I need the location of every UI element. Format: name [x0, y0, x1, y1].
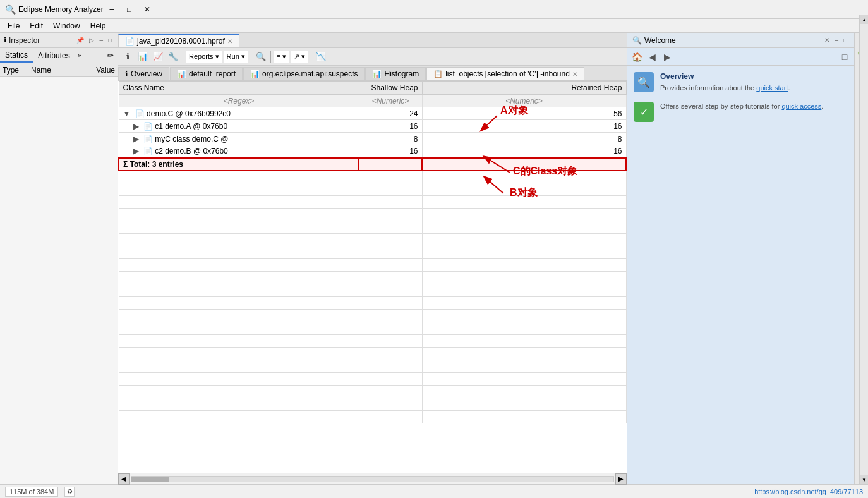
minimize-button[interactable]: – [104, 3, 120, 16]
nav-back-btn[interactable]: ◀ [645, 50, 659, 64]
gc-button[interactable]: ♻ [64, 487, 75, 497]
table-row[interactable]: ▶ 📄 c1 demo.A @ 0x76b0 16 16 [119, 120, 626, 133]
inspector-minimize-button[interactable]: – [97, 36, 105, 44]
status-bar: 115M of 384M ♻ https://blog.csdn.net/qq_… [0, 484, 868, 498]
col-retained-heap-header[interactable]: Retained Heap [422, 82, 626, 95]
menu-edit[interactable]: Edit [25, 20, 48, 32]
maximize-button[interactable]: □ [121, 3, 138, 16]
scroll-right-btn[interactable]: ▶ [615, 473, 627, 485]
filter-row: <Regex> <Numeric> <Numeric> [119, 95, 626, 107]
toolbar-reports-dropdown[interactable]: Reports ▾ [186, 51, 222, 63]
overview-section-desc: Provides information about the quick sta… [660, 83, 790, 93]
file-tab-icon: 📄 [125, 37, 135, 46]
tab-histogram-label: Histogram [384, 70, 419, 78]
empty-row [119, 335, 626, 348]
col-name-label: Name [31, 66, 77, 75]
row-class-name: ▶ 📄 c2 demo.B @ 0x76b0 [119, 145, 359, 158]
row-retained-heap: 16 [422, 145, 626, 158]
row-expand-icon[interactable]: ▶ [133, 135, 139, 143]
memory-status[interactable]: 115M of 384M [5, 487, 58, 497]
toolbar-run-dropdown[interactable]: Run ▾ [224, 51, 248, 63]
tab-report-icon: 📊 [177, 70, 186, 78]
statics-button[interactable]: Statics [0, 49, 33, 63]
nav-home-btn[interactable]: 🏠 [630, 50, 644, 64]
filter-shallow-heap[interactable]: <Numeric> [359, 95, 422, 107]
welcome-content: 🔍 Overview Provides information about th… [627, 66, 854, 484]
quick-start-link[interactable]: quick start [756, 84, 788, 92]
welcome-maximize-btn[interactable]: □ [841, 36, 849, 44]
table-row[interactable]: ▶ 📄 myC class demo.C @ 8 8 [119, 133, 626, 145]
toolbar-list-dropdown[interactable]: ≡ ▾ [274, 51, 289, 63]
table-row[interactable]: ▶ 📄 c2 demo.B @ 0x76b0 16 16 [119, 145, 626, 158]
welcome-panel: 🔍 Welcome ✕ – □ 🏠 ◀ ▶ – □ 🔍 Overview Pro… [627, 33, 854, 484]
row-retained-heap: 8 [422, 133, 626, 145]
toolbar-sep4 [311, 51, 311, 63]
scroll-track-v [860, 24, 868, 475]
welcome-minimize-btn[interactable]: – [833, 36, 840, 44]
table-header-row: Class Name Shallow Heap Retained Heap [119, 82, 626, 95]
row-class-text: c1 demo.A @ 0x76b0 [155, 122, 227, 131]
nav-minimize-btn[interactable]: – [823, 50, 836, 64]
statics-edit-button[interactable]: ✏ [103, 49, 118, 62]
toolbar-chart-btn[interactable]: 📉 [314, 50, 328, 64]
quick-access-link[interactable]: quick access [781, 102, 821, 110]
row-expand-icon[interactable]: ▼ [123, 109, 131, 118]
toolbar-export-dropdown[interactable]: ↗ ▾ [291, 51, 308, 63]
tab-suspects-icon: 📊 [250, 70, 260, 78]
empty-row [119, 322, 626, 335]
tab-list-close[interactable]: ✕ [572, 71, 577, 78]
objects-table: Class Name Shallow Heap Retained Heap [118, 81, 627, 423]
scroll-track[interactable] [131, 476, 614, 482]
tab-histogram[interactable]: 📊 Histogram [365, 67, 426, 80]
close-button[interactable]: ✕ [139, 3, 155, 16]
row-object-icon: 📄 [143, 122, 153, 131]
tab-overview[interactable]: ℹ Overview [118, 67, 169, 80]
inspector-panel: ℹ Inspector 📌 ▷ – □ Statics Attributes »… [0, 33, 118, 484]
scroll-up-btn[interactable]: ▲ [860, 15, 868, 24]
col-class-name-header[interactable]: Class Name [119, 82, 359, 95]
empty-row [119, 246, 626, 259]
menu-window[interactable]: Window [48, 20, 85, 32]
toolbar-dominator-btn[interactable]: 📈 [151, 50, 165, 64]
welcome-tab: 🔍 Welcome ✕ – □ [627, 33, 854, 48]
welcome-scrollbar[interactable]: ▲ ▼ [859, 15, 868, 484]
tab-list-label: list_objects [selection of 'C'] -inbound [445, 70, 570, 78]
toolbar-thread-btn[interactable]: 🔧 [166, 50, 180, 64]
col-shallow-heap-header[interactable]: Shallow Heap [359, 82, 422, 95]
filter-class-name[interactable]: <Regex> [119, 95, 359, 107]
table-row[interactable]: ▼ 📄 demo.C @ 0x76b0992c0 24 56 [119, 107, 626, 120]
tab-suspects[interactable]: 📊 org.eclipse.mat.api:suspects [243, 67, 365, 80]
inspector-maximize-button[interactable]: □ [106, 36, 114, 44]
scroll-left-btn[interactable]: ◀ [118, 473, 130, 485]
inspector-pin-button[interactable]: 📌 [75, 36, 86, 44]
file-tab-close[interactable]: ✕ [227, 38, 232, 45]
file-tabs: 📄 java_pid20108.0001.hprof ✕ [118, 33, 627, 48]
filter-retained-heap[interactable]: <Numeric> [422, 95, 626, 107]
scroll-down-btn[interactable]: ▼ [860, 475, 868, 484]
toolbar-info-btn[interactable]: ℹ [121, 50, 135, 64]
nav-forward-btn[interactable]: ▶ [660, 50, 674, 64]
toolbar-search-btn[interactable]: 🔍 [254, 50, 268, 64]
statics-attrs-bar: Statics Attributes » ✏ [0, 48, 118, 63]
attributes-button[interactable]: Attributes [33, 49, 75, 62]
bottom-scrollbar[interactable]: ◀ ▶ [118, 473, 627, 484]
tab-list-objects[interactable]: 📋 list_objects [selection of 'C'] -inbou… [426, 67, 584, 80]
row-expand-icon[interactable]: ▶ [133, 122, 139, 131]
scroll-thumb[interactable] [131, 477, 169, 482]
center-panel: 📄 java_pid20108.0001.hprof ✕ ℹ 📊 📈 🔧 Rep… [118, 33, 627, 484]
statics-more-button[interactable]: » [75, 50, 84, 61]
menu-help[interactable]: Help [85, 20, 111, 32]
inspector-forward-button[interactable]: ▷ [87, 36, 96, 44]
row-expand-icon[interactable]: ▶ [133, 147, 139, 155]
file-tab-hprof[interactable]: 📄 java_pid20108.0001.hprof ✕ [118, 34, 239, 47]
empty-row [119, 297, 626, 310]
tab-default-report[interactable]: 📊 default_report [170, 67, 243, 80]
nav-maximize-btn[interactable]: □ [838, 50, 852, 64]
empty-row [119, 386, 626, 398]
toolbar-histogram-btn[interactable]: 📊 [136, 50, 150, 64]
menu-file[interactable]: File [3, 20, 25, 32]
empty-row [119, 209, 626, 221]
overview-section-icon: 🔍 [634, 72, 654, 92]
welcome-close-btn[interactable]: ✕ [823, 36, 831, 44]
welcome-tab-controls: ✕ – □ [823, 36, 849, 44]
